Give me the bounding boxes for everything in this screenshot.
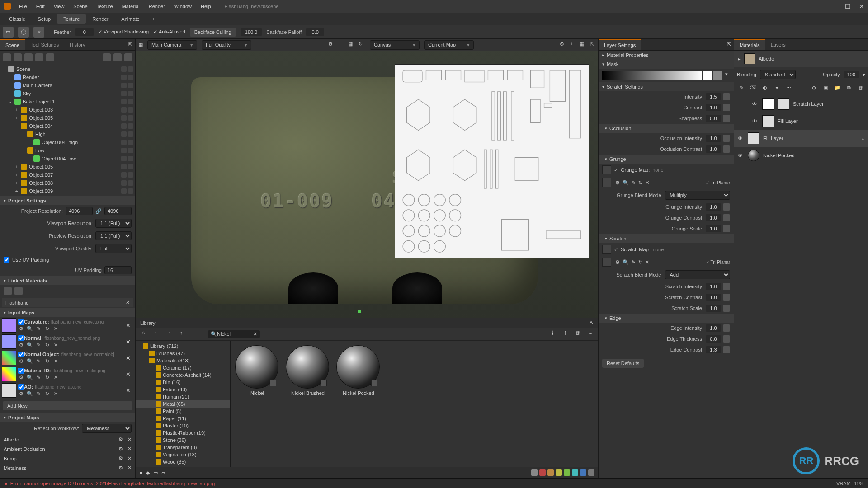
remove-icon[interactable]: ✕ [127,455,132,461]
map-checkbox[interactable] [18,384,24,390]
input-map-row[interactable]: Normal Object:flashbang_new_normalobj ⚙🔍… [0,350,135,366]
clear-icon[interactable]: ✕ [52,391,59,397]
library-item[interactable]: Nickel [235,345,279,463]
input-map-row[interactable]: Curvature:flashbang_new_curve.png ⚙🔍✎↻✕ … [0,317,135,333]
slider-toggle[interactable] [723,294,730,301]
layer-row[interactable]: 👁Fill Layer [734,113,868,130]
library-tree[interactable]: -Library (712)-Brushes (47)-Materials (3… [136,341,231,467]
tree-row[interactable]: Render [0,73,135,81]
tree-row[interactable]: +Object.005 [0,163,135,171]
menu-window[interactable]: Window [170,2,196,11]
expand-icon[interactable]: ⛶ [337,41,344,48]
gear-icon[interactable]: ⚙ [18,358,24,365]
new-folder-icon[interactable]: 📁 [834,85,841,92]
visibility-icon[interactable]: 👁 [752,101,759,107]
library-folder[interactable]: Paint (5) [136,408,230,415]
input-map-row[interactable]: Normal:flashbang_new_normal.png ⚙🔍✎↻✕ ✕ [0,333,135,350]
gear-icon[interactable]: ⚙ [18,375,24,381]
tab-tool-settings[interactable]: Tool Settings [25,40,64,50]
library-folder[interactable]: -Brushes (47) [136,350,230,357]
material-properties-section[interactable]: Material Properties [599,51,734,60]
add-new-button[interactable]: Add New [3,401,132,410]
menu-edit[interactable]: Edit [32,2,49,11]
library-folder[interactable]: Vegetation (13) [136,451,230,458]
library-folder[interactable]: Fabric (43) [136,386,230,393]
mask-icon[interactable]: ◐ [761,85,769,92]
grid-icon[interactable]: ▦ [578,41,585,48]
gear-icon[interactable]: ⚙ [615,180,620,185]
feather-value[interactable]: 0 [75,28,94,36]
clear-icon[interactable]: ✕ [645,180,649,185]
viewport-menu-icon[interactable]: ▦ [138,42,143,48]
tri-planar-toggle[interactable]: Tri-Planar [706,180,730,185]
reload-icon[interactable]: ↻ [44,326,50,332]
upload-icon[interactable]: ⭱ [561,330,569,338]
backface-culling-value[interactable]: 180.0 [241,28,262,36]
copy-icon[interactable] [113,53,122,61]
slider-value[interactable]: 1.0 [706,283,721,290]
slider-value[interactable]: 1.0 [706,305,721,312]
gear-icon[interactable]: ⚙ [118,455,123,461]
slider-value[interactable]: 1.0 [706,294,721,301]
duplicate-icon[interactable]: ⧉ [845,85,853,92]
reflection-workflow-select[interactable]: Metalness [82,424,132,433]
project-map-row[interactable]: Albedo⚙✕ [0,435,135,444]
canvas-select[interactable]: Canvas [370,40,420,50]
visibility-icon[interactable]: 👁 [738,136,744,141]
tree-row[interactable]: Object.004_high [0,138,135,146]
popout-icon[interactable]: ⇱ [724,42,734,47]
tree-row[interactable]: Main Camera [0,81,135,89]
slider-toggle[interactable] [723,115,730,122]
library-folder[interactable]: Stone (36) [136,436,230,444]
library-folder[interactable]: Transparent (8) [136,444,230,451]
reload-icon[interactable]: ↻ [638,180,642,185]
eraser-icon[interactable]: ⌫ [750,85,757,92]
scratch-settings-section[interactable]: Scratch Settings [599,82,734,91]
search-icon[interactable]: 🔍 [623,259,629,265]
edit-icon[interactable]: ✎ [35,326,42,332]
grid-icon[interactable]: ▦ [347,41,354,48]
slider-toggle[interactable] [723,225,730,232]
project-map-row[interactable]: Metalness⚙✕ [0,463,135,473]
tree-row[interactable]: +Object.009 [0,187,135,195]
slider-value[interactable]: 1.0 [706,214,721,221]
remove-icon[interactable]: ✕ [123,387,133,394]
menu-texture[interactable]: Texture [92,2,118,11]
mode-texture[interactable]: Texture [57,14,86,24]
wand-tool-icon[interactable]: ✧ [33,27,44,38]
tree-row[interactable]: +Object.008 [0,179,135,187]
reload-icon[interactable]: ↻ [638,259,642,265]
layer-row[interactable]: 👁Nickel Pocked [734,147,868,164]
layer-mask-thumbnail[interactable] [762,98,774,110]
scratch-section[interactable]: Scratch [599,234,734,243]
search-icon[interactable]: 🔍 [27,342,33,348]
slider-toggle[interactable] [723,214,730,221]
project-maps-header[interactable]: Project Maps [0,413,135,422]
viewport-quality-select[interactable]: Full [95,244,132,253]
opacity-value[interactable]: 100 [844,71,859,78]
slider-toggle[interactable] [723,203,730,211]
slider-value[interactable]: 1.5 [706,93,721,100]
layer-row[interactable]: 👁Fill Layer▴ [734,130,868,147]
up-icon[interactable]: ↑ [177,330,185,338]
edit-icon[interactable]: ✎ [35,358,42,365]
tab-materials[interactable]: Materials [734,39,765,50]
color-swatch[interactable] [580,469,586,476]
input-map-row[interactable]: Material ID:flashbang_new_matid.png ⚙🔍✎↻… [0,366,135,382]
grunge-map-thumb[interactable] [602,165,611,174]
uv-map-view[interactable] [395,64,589,258]
slider-toggle[interactable] [723,346,730,353]
search-icon[interactable]: 🔍 [27,358,33,365]
map-checkbox[interactable] [18,335,24,341]
library-item[interactable]: Nickel Pocked [336,345,381,463]
color-swatch[interactable] [547,469,554,476]
remove-icon[interactable]: ✕ [123,322,133,329]
library-folder[interactable]: Plaster (10) [136,422,230,429]
library-folder[interactable]: -Materials (313) [136,357,230,364]
mode-animate[interactable]: Animate [115,14,146,24]
slider-value[interactable]: 1.3 [706,346,721,353]
remove-icon[interactable]: ✕ [127,436,132,442]
gear-icon[interactable]: ⚙ [18,326,24,332]
tab-history[interactable]: History [64,40,90,50]
trash-icon[interactable]: 🗑 [574,330,582,338]
